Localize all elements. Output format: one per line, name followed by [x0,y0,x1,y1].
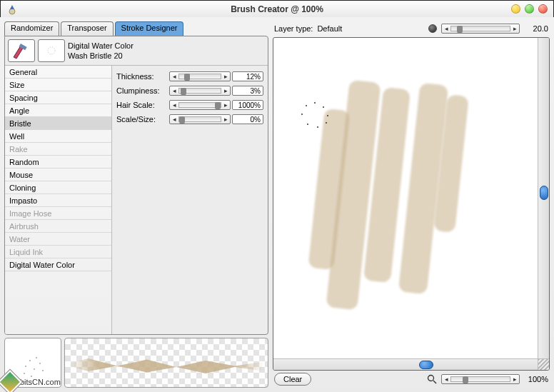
svg-point-5 [34,368,34,369]
category-digital-water-color[interactable]: Digital Water Color [5,258,111,271]
category-random[interactable]: Random [5,156,111,169]
thickness-slider[interactable]: ◂▸ [169,71,231,81]
zoom-slider[interactable]: ◂▸ [441,374,520,384]
category-image-hose: Image Hose [5,207,111,220]
category-bristle[interactable]: Bristle [5,117,111,130]
svg-point-11 [428,376,434,381]
brush-size-value: 20.0 [524,24,548,33]
close-button[interactable] [538,4,548,14]
brush-variant-swatch[interactable] [38,39,65,62]
magnifier-icon [427,374,437,384]
brush-size-knob[interactable] [428,24,437,33]
category-impasto[interactable]: Impasto [5,194,111,207]
category-water: Water [5,233,111,246]
hair-scale-value[interactable]: 1000% [232,100,263,110]
watermark-icon [0,370,22,392]
hair-scale-label: Hair Scale: [116,101,168,109]
svg-point-6 [39,363,40,363]
clumpiness-value[interactable]: 3% [232,86,263,96]
scale-size-value[interactable]: 0% [232,114,263,124]
tab-stroke-designer[interactable]: Stroke Designer [115,21,184,36]
scratch-pad[interactable] [273,37,550,371]
svg-point-0 [9,9,15,14]
clumpiness-label: Clumpiness: [116,86,168,95]
category-well[interactable]: Well [5,130,111,143]
brush-ghost [298,102,334,131]
watermark: bitsCN.com [1,373,61,391]
thickness-label: Thickness: [116,72,168,81]
layer-type-label: Layer type: [274,24,313,33]
clear-button[interactable]: Clear [274,373,311,386]
category-size[interactable]: Size [5,79,111,91]
minimize-button[interactable] [511,4,520,14]
app-icon [6,4,18,15]
category-rake: Rake [5,143,111,156]
svg-point-9 [42,370,43,371]
tabs: Randomizer Transposer Stroke Designer [4,21,268,36]
stroke-designer-panel: Digital Water Color Wash Bristle 20 Gene… [4,36,268,335]
painted-stroke [316,81,488,309]
scale-size-slider[interactable]: ◂▸ [169,114,231,124]
tab-randomizer[interactable]: Randomizer [4,21,59,36]
clumpiness-slider[interactable]: ◂▸ [169,86,231,96]
window-title: Brush Creator @ 100% [231,4,323,14]
svg-point-2 [48,47,55,54]
brush-variant-label: Wash Bristle 20 [68,51,265,61]
svg-line-12 [433,381,436,383]
horizontal-scrollbar[interactable] [273,358,538,370]
brush-size-slider[interactable]: ◂▸ [441,24,520,34]
category-airbrush: Airbrush [5,220,111,233]
category-liquid-ink: Liquid Ink [5,246,111,258]
titlebar: Brush Creator @ 100% [1,1,553,18]
category-list: GeneralSizeSpacingAngleBristleWellRakeRa… [5,66,112,334]
watermark-text: bitsCN.com [20,378,61,386]
layer-type-value: Default [317,24,342,33]
scale-size-label: Scale/Size: [116,115,168,124]
category-spacing[interactable]: Spacing [5,91,111,104]
brush-category-label: Digital Water Color [68,41,265,51]
category-cloning[interactable]: Cloning [5,181,111,194]
parameter-panel: Thickness: ◂▸ 12% Clumpiness: ◂▸ 3% Hair… [112,66,268,334]
zoom-button[interactable] [525,4,534,14]
brush-category-swatch[interactable] [8,39,35,62]
resize-grip[interactable] [538,358,549,370]
tab-transposer[interactable]: Transposer [61,21,113,36]
hair-scale-slider[interactable]: ◂▸ [169,100,231,110]
window-controls [511,4,548,14]
category-angle[interactable]: Angle [5,104,111,117]
stroke-preview [64,338,268,388]
svg-point-4 [29,360,30,361]
zoom-value: 100% [524,375,548,383]
svg-point-3 [25,366,26,366]
category-mouse[interactable]: Mouse [5,169,111,181]
vertical-scrollbar[interactable] [538,38,549,358]
svg-point-8 [36,357,36,358]
category-general[interactable]: General [5,66,111,79]
thickness-value[interactable]: 12% [232,71,263,81]
